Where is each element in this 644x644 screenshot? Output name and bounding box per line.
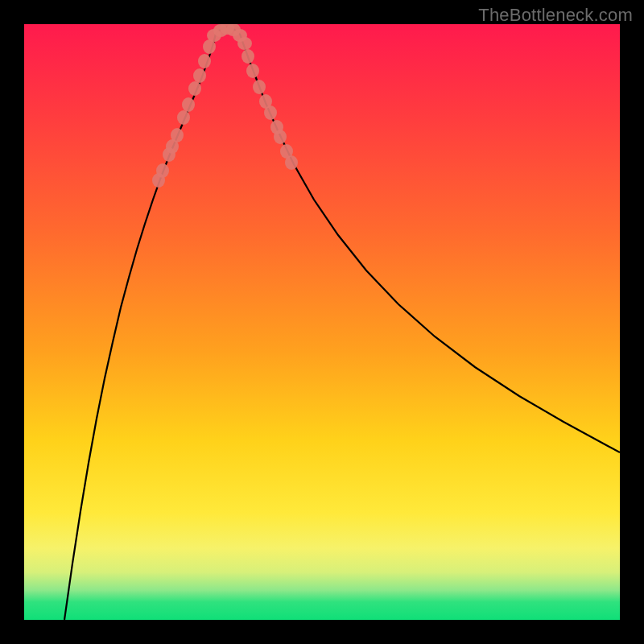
left-curve	[64, 34, 216, 620]
data-marker	[242, 49, 254, 64]
data-marker	[182, 97, 195, 112]
data-marker	[156, 163, 169, 178]
data-marker	[177, 110, 190, 125]
data-marker	[171, 128, 184, 142]
right-curve	[240, 34, 620, 452]
data-marker	[198, 54, 211, 68]
data-marker	[264, 105, 277, 120]
data-marker	[246, 64, 259, 78]
chart-frame: TheBottleneck.com	[0, 0, 644, 644]
data-marker	[193, 68, 206, 83]
data-markers	[152, 24, 298, 188]
curve-layer	[24, 24, 620, 620]
data-marker	[188, 81, 201, 96]
data-marker	[253, 80, 266, 94]
data-marker	[285, 155, 298, 170]
data-marker	[237, 37, 252, 50]
watermark-text: TheBottleneck.com	[478, 5, 633, 26]
plot-area	[24, 24, 620, 620]
data-marker	[274, 130, 287, 144]
